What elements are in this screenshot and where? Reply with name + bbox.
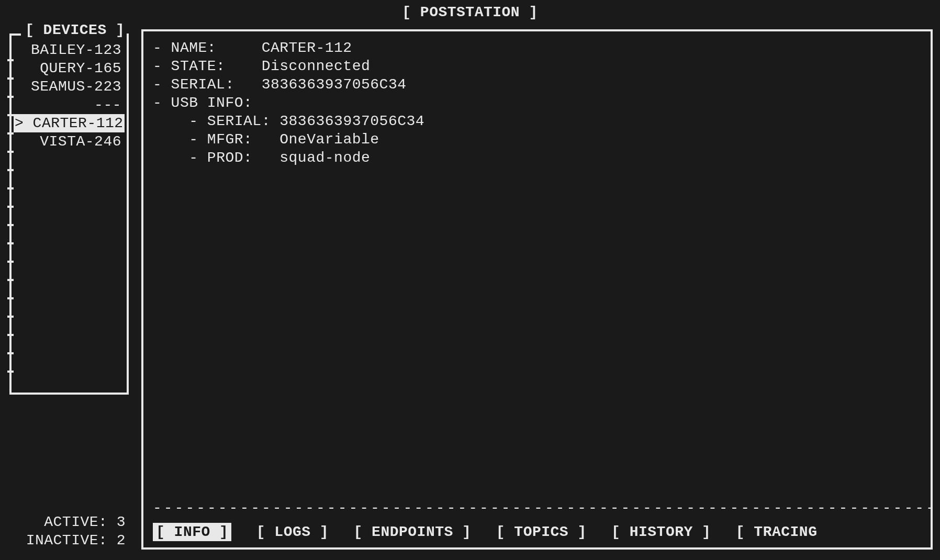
tab-info[interactable]: [ INFO ] (153, 523, 231, 541)
name-value: CARTER-112 (262, 40, 352, 56)
tab-tracing[interactable]: [ TRACING (736, 523, 818, 541)
usb-prod-value: squad-node (279, 150, 370, 166)
app-title: [ POSTSTATION ] (0, 3, 940, 21)
usb-mfgr-value: OneVariable (279, 131, 379, 148)
devices-panel: BAILEY-123 QUERY-165 SEAMUS-223 --- > CA… (9, 33, 129, 395)
status-footer: ACTIVE: 3 INACTIVE: 2 (9, 513, 129, 550)
usb-mfgr-label: - MFGR: (189, 131, 252, 148)
device-item-separator: --- (14, 96, 125, 114)
device-item-seamus[interactable]: SEAMUS-223 (14, 77, 125, 96)
state-label: - STATE: (153, 58, 225, 74)
device-item-label: CARTER-112 (33, 115, 124, 131)
tab-separator: ----------------------------------------… (153, 499, 931, 517)
inactive-count: 2 (117, 532, 126, 548)
serial-value: 3836363937056C34 (262, 76, 407, 93)
detail-content: - NAME: CARTER-112 - STATE: Disconnected… (153, 39, 921, 167)
tab-topics[interactable]: [ TOPICS ] (496, 523, 587, 541)
device-item-vista[interactable]: VISTA-246 (14, 132, 125, 151)
tab-bar: [ INFO ] [ LOGS ] [ ENDPOINTS ] [ TOPICS… (153, 523, 925, 541)
device-item-bailey[interactable]: BAILEY-123 (14, 41, 125, 59)
serial-label: - SERIAL: (153, 76, 234, 93)
inactive-label: INACTIVE: (26, 532, 108, 548)
usb-serial-label: - SERIAL: (189, 113, 271, 129)
state-value: Disconnected (262, 58, 371, 74)
detail-panel: - NAME: CARTER-112 - STATE: Disconnected… (141, 29, 933, 550)
tab-history[interactable]: [ HISTORY ] (611, 523, 711, 541)
name-label: - NAME: (153, 40, 216, 56)
device-item-query[interactable]: QUERY-165 (14, 59, 125, 77)
active-count: 3 (117, 514, 126, 530)
devices-panel-title: [ DEVICES ] (23, 21, 127, 39)
tab-endpoints[interactable]: [ ENDPOINTS ] (353, 523, 471, 541)
devices-list: BAILEY-123 QUERY-165 SEAMUS-223 --- > CA… (14, 41, 125, 151)
usb-info-header: - USB INFO: (153, 95, 252, 111)
usb-serial-value: 3836363937056C34 (279, 113, 424, 129)
device-item-carter[interactable]: > CARTER-112 (14, 114, 125, 132)
active-label: ACTIVE: (44, 514, 107, 530)
tab-logs[interactable]: [ LOGS ] (256, 523, 329, 541)
usb-prod-label: - PROD: (189, 150, 252, 166)
